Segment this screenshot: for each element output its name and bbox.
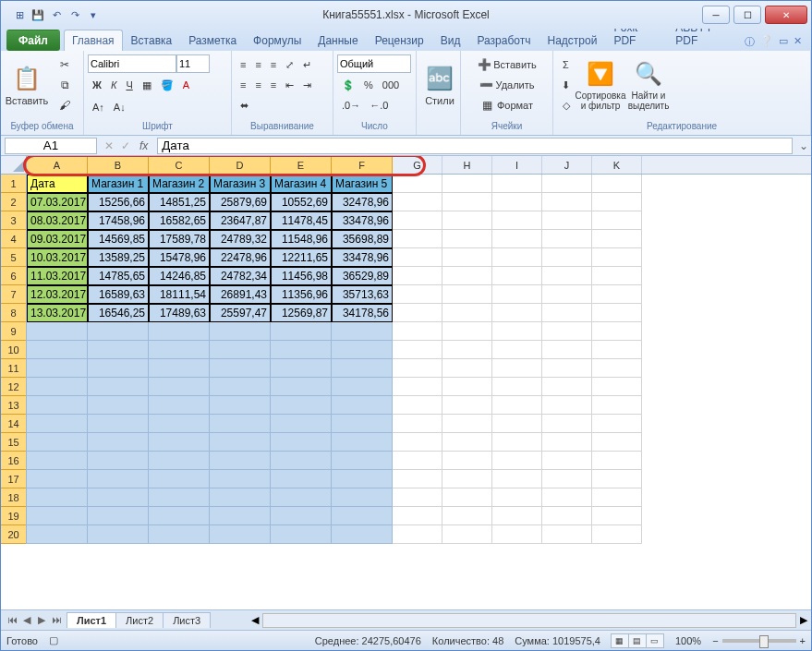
cell-B16[interactable] xyxy=(88,452,149,470)
cell-I6[interactable] xyxy=(492,267,542,285)
sort-filter-button[interactable]: 🔽 Сортировка и фильтр xyxy=(578,54,623,115)
cell-E15[interactable] xyxy=(271,433,332,452)
cell-I17[interactable] xyxy=(492,470,542,488)
cell-K13[interactable] xyxy=(592,396,642,415)
cell-K9[interactable] xyxy=(592,322,642,341)
cell-B6[interactable]: 14785,65 xyxy=(88,267,149,285)
cell-F10[interactable] xyxy=(332,341,393,359)
col-header-H[interactable]: H xyxy=(442,156,492,174)
help-icon[interactable]: ❔ xyxy=(760,35,773,49)
tab-главная[interactable]: Главная xyxy=(64,30,123,51)
cell-H9[interactable] xyxy=(442,322,492,341)
cell-K6[interactable] xyxy=(592,267,642,285)
cell-G17[interactable] xyxy=(393,470,442,488)
currency-button[interactable]: 💲 xyxy=(337,75,359,95)
font-name-select[interactable] xyxy=(88,54,176,73)
cell-G5[interactable] xyxy=(393,248,442,267)
cell-H14[interactable] xyxy=(442,415,492,433)
row-header-16[interactable]: 16 xyxy=(1,452,26,470)
orientation-button[interactable]: ⤢ xyxy=(281,54,298,75)
cell-E14[interactable] xyxy=(271,415,332,433)
sheet-prev-icon[interactable]: ◀ xyxy=(19,614,34,626)
cell-G4[interactable] xyxy=(393,230,442,248)
row-header-17[interactable]: 17 xyxy=(1,470,26,488)
cell-J17[interactable] xyxy=(542,470,592,488)
cell-H7[interactable] xyxy=(442,285,492,304)
cell-K11[interactable] xyxy=(592,359,642,378)
shrink-font-button[interactable]: A↓ xyxy=(109,97,130,117)
cell-D19[interactable] xyxy=(210,507,271,525)
cell-D1[interactable]: Магазин 3 xyxy=(210,175,271,193)
cell-H6[interactable] xyxy=(442,267,492,285)
cell-E19[interactable] xyxy=(271,507,332,525)
cell-C20[interactable] xyxy=(149,525,210,544)
sheet-first-icon[interactable]: ⏮ xyxy=(5,614,19,626)
cell-B20[interactable] xyxy=(88,525,149,544)
cell-J2[interactable] xyxy=(542,193,592,211)
cell-G15[interactable] xyxy=(393,433,442,452)
delete-cells-button[interactable]: ➖Удалить xyxy=(465,75,549,95)
cell-A19[interactable] xyxy=(27,507,88,525)
ribbon-collapse-icon[interactable]: ▭ xyxy=(779,35,788,49)
row-header-13[interactable]: 13 xyxy=(1,396,26,415)
italic-button[interactable]: К xyxy=(106,75,121,95)
cell-K19[interactable] xyxy=(592,507,642,525)
row-header-7[interactable]: 7 xyxy=(1,285,26,304)
autosum-button[interactable]: Σ xyxy=(557,54,575,75)
cell-H10[interactable] xyxy=(442,341,492,359)
cell-F1[interactable]: Магазин 5 xyxy=(332,175,393,193)
dedent-button[interactable]: ⇤ xyxy=(281,75,298,95)
format-painter-button[interactable]: 🖌 xyxy=(53,95,77,115)
cell-B10[interactable] xyxy=(88,341,149,359)
cell-C15[interactable] xyxy=(149,433,210,452)
cell-C3[interactable]: 16582,65 xyxy=(149,211,210,230)
cell-A17[interactable] xyxy=(27,470,88,488)
cell-E5[interactable]: 12211,65 xyxy=(271,248,332,267)
cell-J8[interactable] xyxy=(542,304,592,322)
cell-A4[interactable]: 09.03.2017 xyxy=(27,230,88,248)
cell-G8[interactable] xyxy=(393,304,442,322)
col-header-D[interactable]: D xyxy=(210,156,271,174)
cell-C16[interactable] xyxy=(149,452,210,470)
percent-button[interactable]: % xyxy=(359,75,378,95)
cell-A16[interactable] xyxy=(27,452,88,470)
font-size-select[interactable] xyxy=(176,54,210,73)
cell-A9[interactable] xyxy=(27,322,88,341)
tab-надстрой[interactable]: Надстрой xyxy=(539,30,605,51)
col-header-B[interactable]: B xyxy=(88,156,149,174)
grow-font-button[interactable]: A↑ xyxy=(88,97,109,117)
cell-D2[interactable]: 25879,69 xyxy=(210,193,271,211)
undo-icon[interactable]: ↶ xyxy=(49,7,64,22)
cell-H16[interactable] xyxy=(442,452,492,470)
cell-A15[interactable] xyxy=(27,433,88,452)
cell-K18[interactable] xyxy=(592,488,642,507)
cell-F15[interactable] xyxy=(332,433,393,452)
cell-H17[interactable] xyxy=(442,470,492,488)
cell-B3[interactable]: 17458,96 xyxy=(88,211,149,230)
clear-button[interactable]: ◇ xyxy=(557,95,575,115)
cell-D12[interactable] xyxy=(210,378,271,396)
cell-G7[interactable] xyxy=(393,285,442,304)
row-header-4[interactable]: 4 xyxy=(1,230,26,248)
col-header-G[interactable]: G xyxy=(393,156,442,174)
cell-J5[interactable] xyxy=(542,248,592,267)
col-header-K[interactable]: K xyxy=(592,156,642,174)
cell-K15[interactable] xyxy=(592,433,642,452)
col-header-J[interactable]: J xyxy=(542,156,592,174)
save-icon[interactable]: 💾 xyxy=(30,7,45,22)
cell-K5[interactable] xyxy=(592,248,642,267)
cell-C11[interactable] xyxy=(149,359,210,378)
row-header-10[interactable]: 10 xyxy=(1,341,26,359)
fx-accept-icon[interactable]: ✓ xyxy=(117,139,134,152)
cell-C8[interactable]: 17489,63 xyxy=(149,304,210,322)
underline-button[interactable]: Ч xyxy=(121,75,137,95)
cell-K8[interactable] xyxy=(592,304,642,322)
cell-I9[interactable] xyxy=(492,322,542,341)
cell-J20[interactable] xyxy=(542,525,592,544)
cut-button[interactable]: ✂ xyxy=(53,54,77,75)
cell-D20[interactable] xyxy=(210,525,271,544)
cell-C10[interactable] xyxy=(149,341,210,359)
cell-A7[interactable]: 12.03.2017 xyxy=(27,285,88,304)
cell-G2[interactable] xyxy=(393,193,442,211)
fill-button[interactable]: ⬇ xyxy=(557,75,575,95)
